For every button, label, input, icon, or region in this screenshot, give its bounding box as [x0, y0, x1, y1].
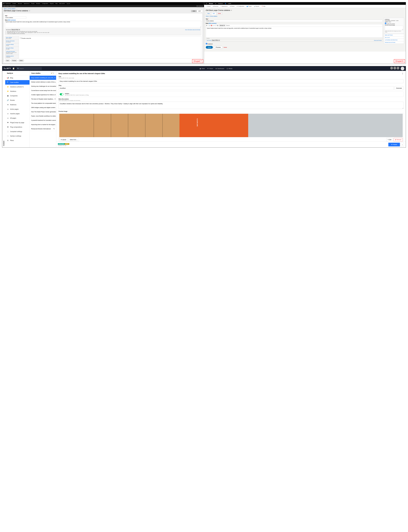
publish-options[interactable]: ⌄ [400, 143, 404, 146]
document-list-item[interactable]: Restaurant Brands International✎ [30, 127, 56, 131]
logout[interactable]: Log out [66, 3, 71, 4]
preview-button[interactable]: Preview [11, 60, 17, 62]
tab-reports[interactable]: 📊 Reports [253, 5, 260, 8]
more-info-link[interactable]: More information about text formats [185, 29, 200, 30]
nav-dashboard[interactable]: ⊞ Dashboard [216, 68, 224, 69]
text-format-select[interactable]: Filtered HTML [11, 29, 20, 31]
d8-toolbar[interactable]: ☰ Manage ★ Shortcuts 👤 admin [204, 2, 406, 5]
presence-avatars[interactable] [390, 67, 404, 70]
nav-appearance[interactable]: Appearance [23, 3, 30, 4]
editor-body[interactable]: Typical Catalan dessert made from cream … [206, 27, 382, 37]
sidebar-item[interactable]: ⬚Jumpstart settings [5, 129, 30, 134]
sidebar-item[interactable]: $Plans [5, 138, 30, 142]
tab-configuration[interactable]: ⚙ Configuration [236, 5, 246, 8]
edit-shortcuts[interactable]: Edit shortcuts [196, 5, 203, 7]
nav-structure[interactable]: Structure [17, 3, 23, 4]
edit-summary-link[interactable]: (Edit summary) [8, 19, 16, 21]
sidebar-item[interactable]: ✚PlugsComps by page [5, 120, 30, 125]
document-list-item[interactable]: Easy content modelling for one of th...✎ [30, 76, 56, 80]
document-list-item[interactable]: Faster, more flexible workflows for edit… [30, 114, 56, 118]
document-list-item[interactable]: Global content delivery to state-of-the-… [30, 80, 56, 84]
vtab-menu[interactable]: Menu settingsNot in menu [5, 36, 19, 40]
title-input[interactable] [59, 79, 403, 83]
slug-input[interactable] [59, 86, 394, 90]
sidebar-item[interactable]: 🔗Routes [5, 98, 30, 102]
revision-log-input[interactable] [385, 26, 403, 30]
nav-reports[interactable]: Reports [49, 3, 54, 4]
menu-link-checkbox[interactable]: Provide a menu link [20, 38, 31, 39]
nav-content[interactable]: Content [11, 3, 17, 4]
document-list-item[interactable]: The cloud platform for composable bank..… [30, 101, 56, 106]
select-button[interactable]: Select from ⌄ [68, 138, 79, 142]
document-list-item[interactable]: The best of Shopify meets headless ...✎ [30, 97, 56, 101]
admin-user[interactable]: admin [227, 3, 232, 4]
tab-content[interactable]: 📄 Content [204, 5, 212, 8]
hidden-toggle[interactable] [60, 93, 64, 95]
find-content[interactable]: Find content [9, 5, 15, 7]
search-input[interactable]: 🔍 Search [16, 67, 42, 70]
manage[interactable]: Manage [208, 3, 214, 4]
tab-people[interactable]: 👥 People [246, 5, 253, 8]
content-rail[interactable]: Content [2, 71, 5, 148]
sidebar-item[interactable]: ▭Inactive pages [5, 111, 30, 116]
document-list-item[interactable]: OMA bridges analog and digital content .… [30, 106, 56, 110]
vtab-revision[interactable]: Revision informationNo revision [5, 40, 19, 43]
d7-toolbar[interactable]: ⌂ Dashboard Content Structure Appearance… [2, 2, 204, 5]
save-button[interactable]: Save [206, 46, 213, 49]
nav-people[interactable]: People [30, 3, 35, 4]
edit-image-button[interactable]: ✎ Edit [386, 138, 393, 142]
text-format-select[interactable]: Basic HTML [212, 40, 220, 41]
sidebar-item[interactable]: ➡Redirects [5, 102, 30, 107]
sidebar-item[interactable]: ▭All pages [5, 116, 30, 120]
sidebar-item[interactable]: ▭Active pages [5, 107, 30, 111]
nav-vision[interactable]: 👁 Vision [207, 68, 213, 69]
nav-media[interactable]: ◫ Media [227, 68, 232, 69]
details-menu[interactable]: MENU SETTINGS [384, 34, 404, 36]
title-input[interactable] [206, 20, 383, 22]
sanity-logo[interactable]: S▲NITY [4, 68, 11, 70]
sidebar-item[interactable]: 📁Solutions (LEGACY) [5, 85, 30, 89]
nav-help[interactable]: Help [54, 3, 59, 4]
vtab-url[interactable]: URL path settingsNo alias [5, 47, 19, 50]
remove-image-button[interactable]: 🗑 Remove [393, 138, 403, 142]
generate-button[interactable]: Generate [394, 86, 403, 90]
document-list-item[interactable]: A powerful backend for Australia's secon… [30, 118, 56, 123]
sidebar-item[interactable]: ⬚Sanity.io settings [5, 134, 30, 138]
vtab-publishing[interactable]: Publishing optionsPublished [5, 55, 19, 58]
delete-link[interactable]: Delete [223, 47, 227, 48]
details-url[interactable]: URL ALIAS [384, 36, 404, 39]
body-textarea[interactable]: Typical Catalan dessert made from cream … [5, 21, 201, 27]
tab-edit[interactable]: EDIT [197, 10, 202, 12]
document-list-item[interactable]: How The Nobel Peace Center generates ... [30, 110, 56, 114]
document-list-item[interactable]: CornerStone moved away from the mono... [30, 89, 56, 93]
sidebar-item[interactable]: ✚Plug compositions [5, 125, 30, 129]
nav-dashboard[interactable]: Dashboard [5, 3, 11, 4]
tab-structure[interactable]: ⊞ Structure [212, 5, 220, 8]
delete-button[interactable]: Delete [18, 60, 24, 62]
tab-view[interactable]: VIEW [191, 10, 197, 12]
title-input[interactable] [5, 17, 26, 19]
publish-button[interactable]: ⬆ Publish [388, 143, 400, 146]
sidebar-item[interactable]: ▦Companies [5, 94, 30, 98]
preview-button[interactable]: Preview [214, 46, 222, 49]
tab-extend[interactable]: ⊕ Extend [229, 5, 236, 8]
star-icon[interactable]: ★ [214, 3, 217, 4]
upload-button[interactable]: ⬆ Upload [59, 138, 68, 142]
tab-view[interactable]: View [206, 12, 211, 15]
tab-delete[interactable]: Delete [216, 12, 222, 15]
document-list-item[interactable]: A better digital experience for millions… [30, 93, 56, 97]
details-authoring[interactable]: AUTHORING INFORMATION [384, 39, 404, 41]
about-formats-link[interactable]: About text formats [374, 40, 382, 41]
sidebar-item[interactable]: 🔍Case studies [5, 80, 30, 85]
sidebar-item[interactable]: 📢Blog [5, 76, 30, 80]
editor-toolbar[interactable]: B I | 🔗 ⛔ | ≔ ≕ | ❝ 🖼 | Normal | Source [206, 24, 382, 27]
add-content[interactable]: Add content [3, 5, 9, 7]
save-button[interactable]: Save [5, 60, 10, 62]
nav-desk[interactable]: ▦ Desk [200, 68, 205, 69]
new-revision-checkbox[interactable]: Create new revision [385, 23, 395, 24]
nav-modules[interactable]: Modules [35, 3, 41, 4]
tab-edit[interactable]: Edit [211, 12, 216, 15]
compose-icon[interactable]: 📝 [13, 68, 15, 69]
document-list-item[interactable]: Improving time to market for the largest… [30, 123, 56, 127]
vtab-authoring[interactable]: Authoring informationBy admin on 2018-11… [5, 50, 19, 55]
